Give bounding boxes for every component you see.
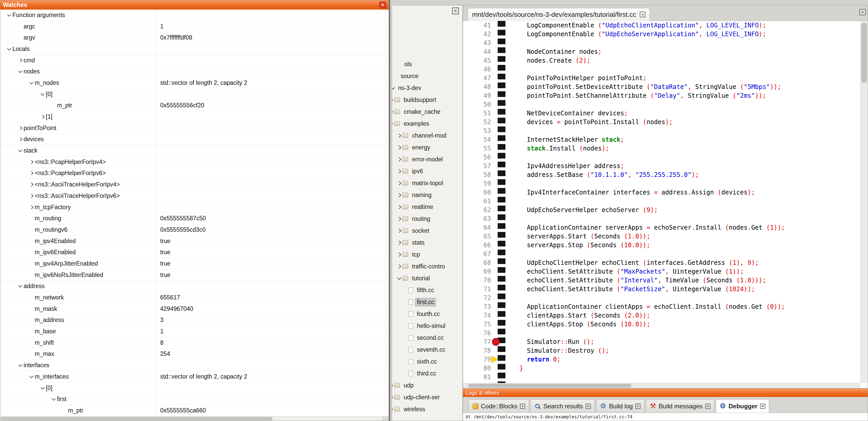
line-number[interactable]: 62: [463, 205, 498, 215]
chevron-down-icon[interactable]: [7, 13, 11, 17]
code-line[interactable]: 53: [463, 126, 861, 135]
tree-item[interactable]: third.cc: [409, 367, 462, 379]
tree-item[interactable]: second.cc: [409, 332, 462, 344]
code-line[interactable]: 62 UdpEchoServerHelper echoServer (9);: [463, 205, 861, 215]
tree-item[interactable]: sixth.cc: [409, 356, 462, 367]
watch-row[interactable]: cmd: [0, 55, 389, 66]
line-number[interactable]: 68: [463, 258, 498, 267]
tree-item[interactable]: buildsupport: [392, 94, 462, 106]
line-number[interactable]: 64: [463, 223, 498, 232]
line-number[interactable]: 80: [463, 364, 498, 373]
code-line[interactable]: 49 pointToPoint.SetChannelAttribute ("De…: [463, 91, 861, 100]
code-line[interactable]: 54 InternetStackHelper stack;: [463, 135, 861, 144]
line-number[interactable]: 67: [463, 250, 498, 258]
code-line[interactable]: 69 echoClient.SetAttribute ("MaxPackets"…: [463, 267, 861, 276]
tree-item[interactable]: stats: [396, 237, 462, 249]
code-line[interactable]: 63: [463, 215, 861, 223]
line-number[interactable]: 57: [463, 162, 498, 170]
watch-row[interactable]: m_routing0x555555587c50: [0, 213, 389, 224]
watch-row[interactable]: m_address3: [0, 315, 389, 326]
line-number[interactable]: 56: [463, 153, 498, 162]
line-number[interactable]: 44: [463, 47, 498, 56]
code-line[interactable]: 55 stack.Install (nodes);: [463, 144, 861, 153]
code-line[interactable]: 43: [463, 38, 861, 47]
code-line[interactable]: 46: [463, 65, 861, 74]
tree-item[interactable]: hello-simul: [409, 320, 462, 332]
chevron-down-icon[interactable]: [18, 148, 22, 152]
tab-close-icon[interactable]: ✕: [636, 404, 641, 409]
tree-item[interactable]: tutorial: [396, 272, 462, 284]
watch-row[interactable]: m_ptr0x5555555ca660: [0, 405, 389, 416]
watch-row[interactable]: m_ipv4ArpJitterEnabledtrue: [0, 258, 389, 269]
log-tab-code-blocks[interactable]: Code::Blocks✕: [469, 399, 529, 413]
line-number[interactable]: 76: [463, 329, 498, 337]
code-line[interactable]: 44 NodeContainer nodes;: [463, 47, 861, 56]
code-line[interactable]: 81: [463, 373, 861, 382]
line-number[interactable]: 43: [463, 38, 498, 47]
chevron-right-icon[interactable]: [392, 407, 393, 411]
code-line[interactable]: 75 clientApps.Stop (Seconds (10.0));: [463, 320, 861, 329]
chevron-down-icon[interactable]: [7, 46, 11, 51]
code-line[interactable]: 74 clientApps.Start (Seconds (2.0));: [463, 311, 861, 320]
chevron-down-icon[interactable]: [18, 363, 22, 367]
watch-row[interactable]: argc1: [0, 21, 389, 32]
line-number[interactable]: 53: [463, 126, 498, 135]
chevron-down-icon[interactable]: [29, 374, 33, 378]
chevron-right-icon[interactable]: [397, 205, 401, 209]
watch-row[interactable]: m_routingv60x5555555cd3c0: [0, 224, 389, 235]
chevron-right-icon[interactable]: [29, 205, 33, 209]
watch-row[interactable]: pointToPoint: [0, 123, 389, 134]
code-line[interactable]: 47 PointToPointHelper pointToPoint;: [463, 74, 861, 83]
line-number[interactable]: 70: [463, 276, 498, 285]
chevron-right-icon[interactable]: [392, 98, 393, 102]
chevron-right-icon[interactable]: [397, 133, 401, 137]
scrollbar-thumb[interactable]: [862, 23, 867, 83]
code-line[interactable]: 66 serverApps.Stop (Seconds (10.0));: [463, 241, 861, 250]
watch-row[interactable]: m_ipv6NsRsJitterEnabledtrue: [0, 269, 389, 281]
code-line[interactable]: 78 Simulator::Destroy ();: [463, 346, 861, 355]
tree-item[interactable]: first.cc: [409, 296, 462, 308]
line-number[interactable]: 63: [463, 215, 498, 223]
tree-item[interactable]: udp: [392, 379, 462, 391]
line-number[interactable]: 45: [463, 56, 498, 65]
tree-item[interactable]: realtime: [396, 201, 462, 213]
chevron-right-icon[interactable]: [18, 58, 22, 62]
code-line[interactable]: 76: [463, 329, 861, 337]
line-number[interactable]: 51: [463, 109, 498, 118]
line-number[interactable]: 65: [463, 232, 498, 241]
code-line[interactable]: 71 echoClient.SetAttribute ("PacketSize"…: [463, 285, 861, 293]
code-line[interactable]: 77 Simulator::Run ();: [463, 337, 861, 346]
line-number[interactable]: 54: [463, 135, 498, 144]
watch-row[interactable]: interfaces: [0, 360, 389, 371]
code-line[interactable]: 60 Ipv4InterfaceContainer interfaces = a…: [463, 188, 861, 197]
chevron-right-icon[interactable]: [397, 229, 401, 233]
tree-item[interactable]: ipv6: [396, 165, 462, 177]
chevron-right-icon[interactable]: [392, 395, 393, 399]
tree-item[interactable]: udp-client-ser: [392, 391, 462, 403]
code-line[interactable]: 58 address.SetBase ("10.1.1.0", "255.255…: [463, 170, 861, 179]
code-line[interactable]: 42 LogComponentEnable ("UdpEchoServerApp…: [463, 30, 861, 38]
watch-row[interactable]: m_nodesstd::vector of length 2, capacity…: [0, 77, 389, 89]
chevron-right-icon[interactable]: [397, 217, 401, 221]
tree-item[interactable]: examples: [392, 118, 462, 130]
chevron-down-icon[interactable]: [52, 397, 56, 401]
line-number[interactable]: 69: [463, 267, 498, 276]
code-line[interactable]: 73 ApplicationContainer clientApps = ech…: [463, 302, 861, 311]
line-number[interactable]: 72: [463, 293, 498, 302]
chevron-right-icon[interactable]: [29, 194, 33, 198]
code-line[interactable]: 68 UdpEchoClientHelper echoClient (inter…: [463, 258, 861, 267]
watch-row[interactable]: <ns3::PcapHelperForIpv4>: [0, 157, 389, 168]
line-number[interactable]: 74: [463, 311, 498, 320]
code-line[interactable]: 51 NetDeviceContainer devices;: [463, 109, 861, 118]
line-number[interactable]: 42: [463, 30, 498, 38]
watch-row[interactable]: m_ipv6Enabledtrue: [0, 247, 389, 258]
code-area[interactable]: 41 LogComponentEnable ("UdpEchoClientApp…: [463, 21, 861, 383]
tab-close-icon[interactable]: ✕: [705, 404, 710, 409]
watch-row[interactable]: argv0x7fffffffdf08: [0, 32, 389, 43]
watch-row[interactable]: [1]: [0, 111, 389, 123]
chevron-right-icon[interactable]: [397, 145, 401, 150]
chevron-right-icon[interactable]: [29, 160, 33, 164]
watch-row[interactable]: address: [0, 281, 389, 292]
chevron-right-icon[interactable]: [18, 126, 22, 130]
watch-row[interactable]: nodes: [0, 66, 389, 77]
